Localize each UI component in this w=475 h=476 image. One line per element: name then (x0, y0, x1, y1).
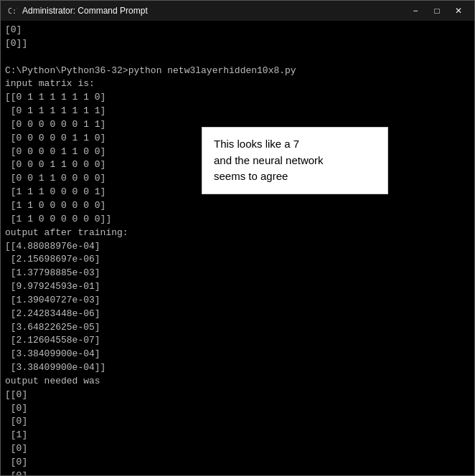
close-button[interactable]: ✕ (448, 4, 469, 18)
terminal-body[interactable]: [0] [0]] C:\Python\Python36-32>python ne… (1, 21, 474, 475)
titlebar-controls: − □ ✕ (405, 4, 469, 18)
titlebar-left: C:\ Administrator: Command Prompt (6, 5, 148, 16)
titlebar: C:\ Administrator: Command Prompt − □ ✕ (1, 1, 474, 21)
svg-text:C:\: C:\ (8, 7, 17, 15)
tooltip-line3: seems to agree (214, 170, 288, 182)
cmd-icon: C:\ (6, 5, 18, 16)
tooltip-line2: and the neural network (214, 154, 324, 166)
terminal-output: [0] [0]] C:\Python\Python36-32>python ne… (5, 24, 470, 475)
tooltip-line1: This looks like a 7 (214, 138, 299, 150)
window-title: Administrator: Command Prompt (22, 6, 148, 16)
maximize-button[interactable]: □ (427, 4, 447, 18)
minimize-button[interactable]: − (405, 4, 425, 18)
tooltip-box: This looks like a 7 and the neural netwo… (202, 127, 388, 194)
window: C:\ Administrator: Command Prompt − □ ✕ … (0, 0, 475, 476)
